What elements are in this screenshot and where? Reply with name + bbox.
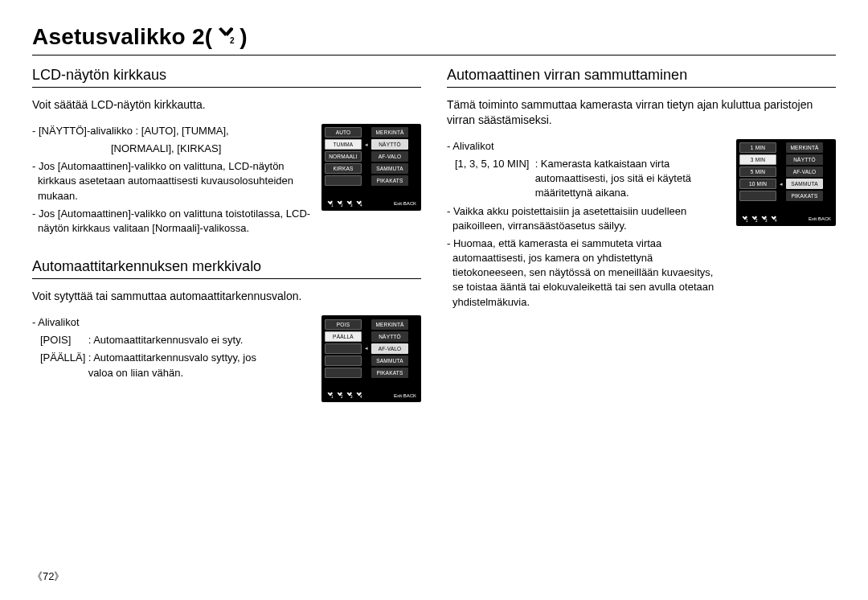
screen-row: POISMERKINTÄ [325, 318, 418, 330]
screen-left-cell: PÄÄLLÄ [325, 331, 362, 342]
page-title: Asetusvalikko 2( 2 ) [32, 24, 836, 55]
screen-left-cell: 1 MIN [739, 142, 776, 153]
screen-left-cell: 10 MIN [739, 179, 776, 189]
af-off-label: [POIS] [40, 333, 85, 347]
af-submenu-label: - Alivalikot [32, 315, 317, 330]
af-lamp-intro: Voit sytyttää tai sammuttaa automaattita… [32, 289, 421, 304]
af-screen-preview: POISMERKINTÄPÄÄLLÄNÄYTTÖ◂AF-VALOSAMMUTAP… [321, 315, 421, 402]
tools-tab-2-icon: 2 [336, 392, 343, 399]
tools-tab-3-icon: 3 [346, 200, 353, 208]
screen-right-cell: NÄYTTÖ [371, 331, 408, 342]
screen-left-cell: KIRKAS [325, 163, 362, 174]
screen-bottom-bar: 1234Exit:BACK [739, 214, 833, 223]
screen-left-cell: 5 MIN [739, 166, 776, 177]
section-lcd-brightness-title: LCD-näytön kirkkaus [32, 67, 421, 88]
af-on-text: : Automaattitarkennusvalo syttyy, jos va… [88, 351, 273, 380]
screen-right-cell: PIKAKATS [371, 175, 408, 186]
screen-exit-label: Exit:BACK [809, 216, 831, 221]
lcd-bullet-playback: - Jos [Automaattinen]-valikko on valittu… [32, 207, 317, 236]
screen-right-cell: MERKINTÄ [371, 127, 408, 138]
screen-left-cell: 3 MIN [739, 154, 776, 165]
screen-row: PÄÄLLÄNÄYTTÖ [325, 331, 418, 342]
af-option-on: [PÄÄLLÄ] : Automaattitarkennusvalo sytty… [32, 351, 317, 380]
tools-tab-1-icon: 1 [326, 392, 334, 399]
screen-right-cell: AF-VALO [371, 151, 408, 162]
page-number: 《72》 [32, 569, 64, 584]
screen-row: 1 MINMERKINTÄ [739, 142, 833, 154]
tools-tab-2-icon: 2 [751, 216, 758, 223]
section-auto-poweroff-title: Automaattinen virran sammuttaminen [447, 67, 836, 88]
screen-right-cell: NÄYTTÖ [786, 154, 823, 165]
af-on-label: [PÄÄLLÄ] [40, 351, 85, 365]
poweroff-submenu-label: - Alivalikot [447, 139, 715, 154]
poweroff-option-minutes: [1, 3, 5, 10 MIN] : Kamerasta katkaistaa… [447, 157, 715, 201]
screen-row: 3 MINNÄYTTÖ [739, 154, 833, 166]
screen-left-cell: NORMAALI [325, 151, 362, 162]
poweroff-bullet-battery: - Vaikka akku poistettaisiin ja asetetta… [447, 204, 715, 233]
screen-row: KIRKASSAMMUTA [325, 163, 418, 175]
tools-tab-4-icon: 4 [355, 200, 362, 208]
lcd-sub-options-2: [NORMAALI], [KIRKAS] [32, 142, 317, 156]
poweroff-bullet-exceptions: - Huomaa, että kamerasta ei sammuteta vi… [447, 236, 715, 310]
screen-right-cell: SAMMUTA [786, 179, 823, 189]
screen-left-cell [325, 355, 362, 366]
svg-text:4: 4 [360, 395, 362, 399]
svg-text:3: 3 [350, 203, 353, 208]
arrow-left-icon: ◂ [778, 181, 784, 187]
two-column-layout: LCD-näytön kirkkaus Voit säätää LCD-näyt… [32, 64, 836, 412]
page-title-close: ) [240, 24, 248, 50]
svg-text:3: 3 [350, 395, 353, 399]
svg-text:2: 2 [755, 219, 758, 223]
screen-left-cell: AUTO [325, 127, 362, 138]
svg-text:1: 1 [331, 395, 334, 399]
arrow-left-icon: ◂ [363, 345, 370, 351]
right-column: Automaattinen virran sammuttaminen Tämä … [447, 64, 836, 412]
screen-row: SAMMUTA [325, 355, 418, 366]
svg-text:2: 2 [230, 36, 235, 44]
tools-tab-1-icon: 1 [326, 200, 334, 208]
svg-text:2: 2 [341, 203, 343, 208]
lcd-sub-options-1: - [NÄYTTÖ]-alivalikko : [AUTO], [TUMMA], [32, 124, 317, 138]
screen-right-cell: AF-VALO [371, 343, 408, 354]
auto-poweroff-intro: Tämä toiminto sammuttaa kamerasta virran… [447, 97, 836, 128]
screen-bottom-bar: 1234Exit:BACK [325, 390, 418, 399]
lcd-bullet-auto: - Jos [Automaattinen]-valikko on valittu… [32, 159, 317, 203]
lcd-screen-preview: AUTOMERKINTÄTUMMA◂NÄYTTÖNORMAALIAF-VALOK… [321, 124, 421, 211]
screen-row: PIKAKATS [739, 191, 833, 202]
af-option-off: [POIS] : Automaattitarkennusvalo ei syty… [32, 333, 317, 347]
poweroff-screen-preview: 1 MINMERKINTÄ3 MINNÄYTTÖ5 MINAF-VALO10 M… [736, 139, 836, 226]
tools-tab-3-icon: 3 [346, 392, 353, 399]
screen-right-cell: NÄYTTÖ [371, 139, 408, 150]
screen-right-cell: SAMMUTA [371, 163, 408, 174]
left-column: LCD-näytön kirkkaus Voit säätää LCD-näyt… [32, 64, 421, 412]
screen-tab-icons: 1234 [326, 392, 362, 399]
tools-tab-4-icon: 4 [355, 392, 362, 399]
screen-row: 10 MIN◂SAMMUTA [739, 179, 833, 190]
screen-exit-label: Exit:BACK [394, 201, 416, 206]
poweroff-minutes-label: [1, 3, 5, 10 MIN] [455, 157, 532, 171]
screen-bottom-bar: 1234Exit:BACK [325, 199, 418, 208]
screen-row: TUMMA◂NÄYTTÖ [325, 139, 418, 150]
screen-left-cell [325, 175, 362, 186]
screen-row: AUTOMERKINTÄ [325, 127, 418, 138]
tools-tab-2-icon: 2 [336, 200, 343, 208]
tools-tab-3-icon: 3 [760, 216, 768, 223]
screen-right-cell: SAMMUTA [371, 355, 408, 366]
svg-text:3: 3 [765, 219, 768, 223]
screen-left-cell: POIS [325, 319, 362, 330]
auto-poweroff-content: - Alivalikot [1, 3, 5, 10 MIN] : Kameras… [447, 139, 836, 310]
svg-text:2: 2 [341, 395, 343, 399]
screen-tab-icons: 1234 [326, 200, 362, 208]
screen-left-cell: TUMMA [325, 139, 362, 150]
screen-exit-label: Exit:BACK [394, 393, 416, 398]
screen-left-cell [739, 191, 776, 201]
screen-row: NORMAALIAF-VALO [325, 151, 418, 162]
screen-row: PIKAKATS [325, 367, 418, 378]
svg-text:4: 4 [775, 219, 777, 223]
af-off-text: : Automaattitarkennusvalo ei syty. [88, 334, 244, 346]
page-title-text: Asetusvalikko 2( [32, 24, 212, 50]
screen-right-cell: MERKINTÄ [371, 319, 408, 330]
screen-tab-icons: 1234 [741, 216, 777, 223]
screen-right-cell: PIKAKATS [371, 368, 408, 378]
svg-text:1: 1 [331, 203, 334, 208]
